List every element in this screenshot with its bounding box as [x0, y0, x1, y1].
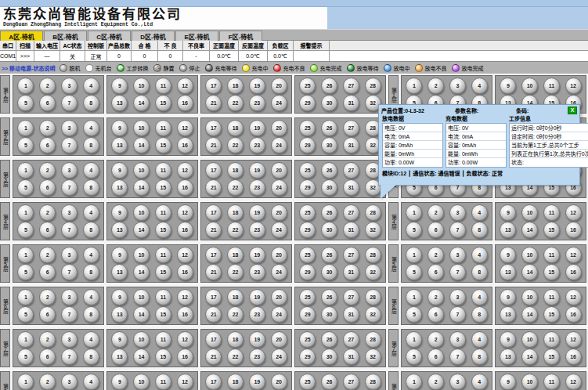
battery-cell[interactable]: 12	[565, 247, 582, 263]
battery-cell[interactable]: 29	[299, 137, 316, 153]
battery-cell[interactable]: 22	[227, 179, 243, 196]
battery-cell[interactable]: 24	[271, 264, 287, 280]
battery-cell[interactable]: 12	[177, 204, 193, 221]
battery-cell[interactable]: 10	[521, 78, 538, 94]
battery-cell[interactable]: 30	[321, 137, 337, 153]
battery-cell[interactable]: 2	[427, 247, 444, 263]
battery-cell[interactable]: 16	[177, 264, 193, 280]
battery-cell[interactable]: 2	[427, 331, 444, 348]
battery-cell[interactable]: 31	[343, 348, 359, 365]
battery-cell[interactable]: 9	[111, 289, 128, 305]
battery-cell[interactable]: 29	[299, 222, 316, 238]
battery-cell[interactable]: 16	[565, 264, 582, 280]
battery-cell[interactable]: 26	[321, 162, 337, 179]
battery-cell[interactable]: 30	[321, 179, 337, 196]
battery-cell[interactable]: 23	[249, 95, 265, 111]
battery-cell[interactable]: 5	[17, 306, 34, 323]
battery-cell[interactable]: 2	[39, 247, 56, 263]
battery-cell[interactable]: 4	[471, 78, 488, 94]
battery-cell[interactable]: 22	[227, 306, 243, 323]
battery-cell[interactable]: 3	[449, 78, 466, 94]
battery-cell[interactable]: 8	[83, 95, 99, 111]
battery-cell[interactable]: 30	[321, 222, 337, 238]
battery-cell[interactable]: 13	[111, 306, 128, 323]
battery-cell[interactable]: 24	[271, 348, 287, 365]
battery-cell[interactable]: 12	[177, 162, 193, 179]
battery-cell[interactable]: 18	[227, 78, 243, 94]
battery-cell[interactable]: 21	[205, 179, 222, 196]
battery-cell[interactable]: 6	[427, 306, 444, 323]
battery-cell[interactable]: 16	[177, 348, 193, 365]
battery-cell[interactable]: 27	[343, 331, 359, 348]
battery-cell[interactable]: 1	[17, 289, 34, 305]
tab-zone-e[interactable]: E区-待机	[175, 31, 218, 41]
battery-cell[interactable]: 20	[271, 331, 287, 348]
battery-cell[interactable]: 31	[343, 264, 359, 280]
battery-cell[interactable]: 26	[321, 374, 337, 390]
battery-cell[interactable]: 5	[17, 95, 34, 111]
battery-cell[interactable]: 28	[365, 247, 381, 263]
battery-cell[interactable]: 9	[111, 204, 128, 221]
status-legend-link[interactable]: >> 移动电源-状态说明	[2, 64, 55, 72]
battery-cell[interactable]: 21	[205, 95, 222, 111]
battery-cell[interactable]: 31	[343, 222, 359, 238]
battery-cell[interactable]: 25	[299, 204, 316, 221]
battery-cell[interactable]: 22	[227, 222, 243, 238]
battery-cell[interactable]: 13	[111, 179, 128, 196]
battery-cell[interactable]: 9	[111, 247, 128, 263]
battery-cell[interactable]: 13	[500, 306, 516, 323]
battery-cell[interactable]: 24	[271, 306, 287, 323]
battery-cell[interactable]: 10	[521, 247, 538, 263]
battery-cell[interactable]: 30	[321, 264, 337, 280]
battery-cell[interactable]: 7	[449, 222, 466, 238]
battery-cell[interactable]: 17	[205, 289, 222, 305]
battery-cell[interactable]: 2	[427, 78, 444, 94]
battery-cell[interactable]: 15	[155, 137, 171, 153]
battery-cell[interactable]: 8	[471, 306, 488, 323]
battery-cell[interactable]: 2	[427, 204, 444, 221]
battery-cell[interactable]: 6	[39, 306, 56, 323]
battery-cell[interactable]: 23	[249, 137, 265, 153]
battery-cell[interactable]: 9	[111, 120, 128, 136]
battery-cell[interactable]: 21	[205, 222, 222, 238]
battery-cell[interactable]: 2	[39, 78, 56, 94]
battery-cell[interactable]: 15	[155, 264, 171, 280]
battery-cell[interactable]: 1	[406, 331, 422, 348]
battery-cell[interactable]: 13	[111, 137, 128, 153]
battery-cell[interactable]: 11	[543, 289, 560, 305]
battery-cell[interactable]: 24	[271, 179, 287, 196]
battery-cell[interactable]: 11	[543, 331, 560, 348]
battery-cell[interactable]: 1	[17, 204, 34, 221]
battery-cell[interactable]: 14	[133, 137, 150, 153]
battery-cell[interactable]: 12	[565, 204, 582, 221]
battery-cell[interactable]: 13	[111, 95, 128, 111]
battery-cell[interactable]: 22	[227, 95, 243, 111]
battery-cell[interactable]: 5	[17, 264, 34, 280]
battery-cell[interactable]: 14	[521, 264, 538, 280]
battery-cell[interactable]: 15	[155, 306, 171, 323]
battery-cell[interactable]: 13	[111, 222, 128, 238]
battery-cell[interactable]: 15	[543, 348, 560, 365]
battery-cell[interactable]: 3	[61, 120, 78, 136]
battery-cell[interactable]: 11	[543, 204, 560, 221]
battery-cell[interactable]: 7	[61, 348, 78, 365]
battery-cell[interactable]: 3	[61, 204, 78, 221]
battery-cell[interactable]: 4	[83, 162, 99, 179]
battery-cell[interactable]: 12	[565, 78, 582, 94]
battery-cell[interactable]: 10	[133, 289, 150, 305]
battery-cell[interactable]: 20	[271, 204, 287, 221]
battery-cell[interactable]: 8	[471, 264, 488, 280]
battery-cell[interactable]: 3	[61, 374, 78, 390]
battery-cell[interactable]: 18	[227, 120, 243, 136]
battery-cell[interactable]: 6	[39, 222, 56, 238]
battery-cell[interactable]: 20	[271, 289, 287, 305]
battery-cell[interactable]: 15	[543, 264, 560, 280]
battery-cell[interactable]: 2	[39, 204, 56, 221]
battery-cell[interactable]: 16	[177, 306, 193, 323]
battery-cell[interactable]: 14	[133, 348, 150, 365]
battery-cell[interactable]: 16	[565, 348, 582, 365]
battery-cell[interactable]: 11	[155, 78, 171, 94]
battery-cell[interactable]: 11	[543, 78, 560, 94]
battery-cell[interactable]: 17	[205, 331, 222, 348]
battery-cell[interactable]: 10	[521, 374, 538, 390]
